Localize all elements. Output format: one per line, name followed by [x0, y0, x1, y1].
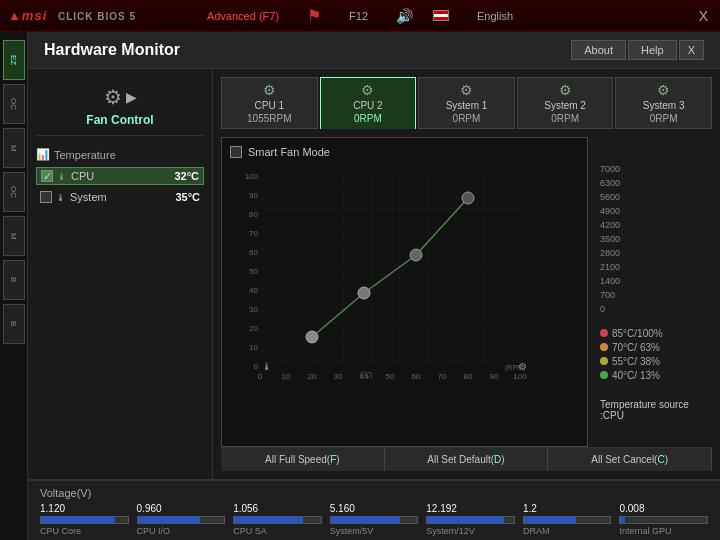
sys3-fan-rpm: 0RPM	[650, 113, 678, 124]
advanced-mode-btn[interactable]: Advanced (F7)	[199, 8, 287, 24]
svg-text:20: 20	[249, 324, 258, 333]
cpu2-fan-icon: ⚙	[361, 82, 374, 98]
fan-icon-area: ⚙ ▶	[104, 85, 137, 109]
left-sidebar: EZ OC M OC M B B	[0, 32, 28, 540]
sys1-fan-rpm: 0RPM	[453, 113, 481, 124]
fan-nav-arrow[interactable]: ▶	[126, 89, 137, 105]
fan-tab-sys2[interactable]: ⚙ System 2 0RPM	[517, 77, 614, 129]
voltage-bar-cpu-io	[137, 516, 226, 524]
svg-text:0: 0	[254, 362, 259, 371]
fan-tab-sys1[interactable]: ⚙ System 1 0RPM	[418, 77, 515, 129]
voltage-value-cpu-sa: 1.056	[233, 503, 322, 514]
sidebar-item-m[interactable]: M	[3, 128, 25, 168]
fan-control-icon: ⚙	[104, 85, 122, 109]
sidebar-item-m2[interactable]: M	[3, 216, 25, 256]
bottom-buttons: All Full Speed(F) All Set Default(D) All…	[221, 447, 712, 471]
fan-tab-sys3[interactable]: ⚙ System 3 0RPM	[615, 77, 712, 129]
temperature-section: 📊 Temperature ✓ 🌡 CPU 32°C 🌡 Sys	[36, 144, 204, 213]
rpm-label-700: 700	[600, 290, 712, 300]
voltage-name-cpu-sa: CPU SA	[233, 526, 322, 536]
fan-tab-cpu1[interactable]: ⚙ CPU 1 1055RPM	[221, 77, 318, 129]
voltage-bar-cpu-core	[40, 516, 129, 524]
smart-fan-checkbox[interactable]	[230, 146, 242, 158]
top-close-button[interactable]: X	[695, 8, 712, 24]
set-cancel-button[interactable]: All Set Cancel(C)	[548, 448, 712, 471]
hw-header: Hardware Monitor About Help X	[28, 32, 720, 69]
temperature-source: Temperature source :CPU	[600, 399, 712, 421]
f12-mode-btn[interactable]: F12	[341, 8, 376, 24]
legend-item-2: 55°C/ 38%	[600, 356, 712, 367]
voltage-section: Voltage(V) 1.120 CPU Core 0.960 CPU I/	[28, 479, 720, 540]
voltage-title: Voltage(V)	[40, 487, 708, 499]
rpm-label-4200: 4200	[600, 220, 712, 230]
cpu1-fan-rpm: 1055RPM	[247, 113, 291, 124]
temperature-row-cpu[interactable]: ✓ 🌡 CPU 32°C	[36, 167, 204, 185]
system-temp-value: 35°C	[175, 191, 200, 203]
sys1-fan-icon: ⚙	[460, 82, 473, 98]
legend-dot-0	[600, 329, 608, 337]
top-bar-right: X	[695, 8, 712, 24]
system-checkbox[interactable]	[40, 191, 52, 203]
voltage-bars: 1.120 CPU Core 0.960 CPU I/O 1.056	[40, 503, 708, 536]
set-default-button[interactable]: All Set Default(D)	[385, 448, 549, 471]
svg-text:80: 80	[249, 210, 258, 219]
cpu-checkbox[interactable]: ✓	[41, 170, 53, 182]
voltage-fill-cpu-core	[41, 517, 115, 523]
sidebar-item-oc[interactable]: OC	[3, 84, 25, 124]
svg-text:0: 0	[258, 372, 263, 380]
main-container: EZ OC M OC M B B Hardware Monitor About …	[0, 32, 720, 540]
legend-dot-2	[600, 357, 608, 365]
svg-text:30: 30	[334, 372, 343, 380]
top-bar-center: Advanced (F7) ⚑ F12 🔊 English	[199, 6, 521, 25]
voltage-fill-igpu	[620, 517, 624, 523]
cpu-temp-icon: 🌡	[57, 171, 67, 182]
svg-text:(°C): (°C)	[360, 371, 373, 379]
fan-chart-svg[interactable]: 100 90 80 70 60 50 40 30 20 10 0	[230, 170, 540, 380]
voltage-bar-igpu	[619, 516, 708, 524]
voltage-value-sys12v: 12.192	[426, 503, 515, 514]
legend-entries: 85°C/100% 70°C/ 63% 55°C/ 38%	[600, 328, 712, 381]
sys2-fan-name: System 2	[544, 100, 586, 111]
svg-text:(RPM): (RPM)	[505, 364, 525, 372]
rpm-label-2800: 2800	[600, 248, 712, 258]
rpm-label-4900: 4900	[600, 206, 712, 216]
about-button[interactable]: About	[571, 40, 626, 60]
voltage-fill-sys5v	[331, 517, 400, 523]
rpm-label-1400: 1400	[600, 276, 712, 286]
logo: ▲msi CLICK BIOS 5	[8, 8, 136, 23]
fan-control-section: ⚙ ▶ Fan Control	[36, 77, 204, 136]
legend-item-3: 40°C/ 13%	[600, 370, 712, 381]
chart-section: Smart Fan Mode	[221, 137, 588, 447]
temperature-title: 📊 Temperature	[36, 148, 204, 161]
system-temp-icon: 🌡	[56, 192, 66, 203]
svg-text:30: 30	[249, 305, 258, 314]
voltage-name-dram: DRAM	[523, 526, 612, 536]
set-cancel-key: C	[657, 454, 664, 465]
chart-wrapper[interactable]: 100 90 80 70 60 50 40 30 20 10 0	[230, 170, 579, 438]
sidebar-item-b1[interactable]: B	[3, 260, 25, 300]
svg-text:90: 90	[249, 191, 258, 200]
hw-body: ⚙ ▶ Fan Control 📊 Temperature ✓ 🌡	[28, 69, 720, 479]
close-button[interactable]: X	[679, 40, 704, 60]
help-button[interactable]: Help	[628, 40, 677, 60]
rpm-label-5600: 5600	[600, 192, 712, 202]
sys3-fan-icon: ⚙	[657, 82, 670, 98]
temperature-row-system[interactable]: 🌡 System 35°C	[36, 189, 204, 205]
fan-tab-cpu2[interactable]: ⚙ CPU 2 0RPM	[320, 77, 417, 129]
sidebar-item-b2[interactable]: B	[3, 304, 25, 344]
svg-rect-0	[260, 175, 520, 365]
svg-text:70: 70	[249, 229, 258, 238]
voltage-item-cpu-io: 0.960 CPU I/O	[137, 503, 226, 536]
sidebar-item-oc2[interactable]: OC	[3, 172, 25, 212]
voltage-value-dram: 1.2	[523, 503, 612, 514]
voltage-name-igpu: Internal GPU	[619, 526, 708, 536]
full-speed-button[interactable]: All Full Speed(F)	[221, 448, 385, 471]
fan-tabs: ⚙ CPU 1 1055RPM ⚙ CPU 2 0RPM ⚙ System 1 …	[221, 77, 712, 129]
sidebar-item-ez[interactable]: EZ	[3, 40, 25, 80]
voltage-bar-sys5v	[330, 516, 419, 524]
rpm-label-3500: 3500	[600, 234, 712, 244]
language-btn[interactable]: English	[469, 8, 521, 24]
header-buttons: About Help X	[571, 40, 704, 60]
voltage-value-cpu-io: 0.960	[137, 503, 226, 514]
voltage-fill-dram	[524, 517, 576, 523]
